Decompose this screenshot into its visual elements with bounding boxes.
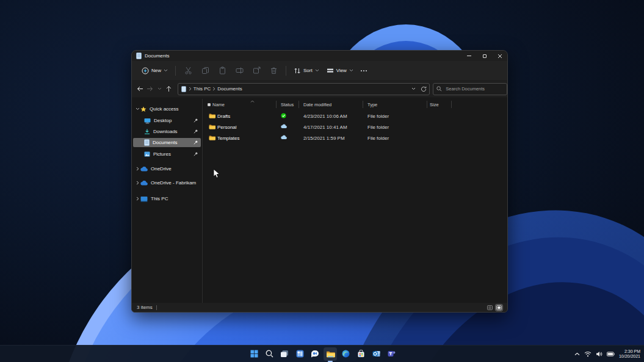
desktop: Documents New	[0, 0, 644, 362]
see-more-button[interactable]	[357, 70, 371, 71]
sidebar-item-label: OneDrive - Fabrikam	[151, 180, 196, 186]
pin-icon	[194, 129, 198, 134]
sidebar-item-downloads[interactable]: Downloads	[133, 127, 201, 136]
column-divider[interactable]	[363, 101, 363, 108]
sort-button[interactable]: Sort	[290, 65, 323, 77]
minimize-button[interactable]	[461, 51, 477, 61]
thumbnail-view-button[interactable]	[496, 305, 502, 311]
start-button[interactable]	[247, 347, 261, 361]
cut-button[interactable]	[182, 65, 194, 77]
sidebar-item-pictures[interactable]: Pictures	[133, 150, 201, 159]
clock[interactable]: 2:30 PM 10/20/2021	[619, 349, 640, 359]
file-row-templates[interactable]: Templates 2/15/2021 1:59 PM File folder	[203, 132, 507, 143]
taskbar-search-button[interactable]	[262, 347, 276, 361]
speaker-icon	[596, 351, 602, 357]
sidebar-item-this-pc[interactable]: This PC	[133, 194, 201, 203]
task-view-button[interactable]	[278, 347, 291, 361]
chevron-down-icon[interactable]	[134, 107, 140, 110]
select-all-checkbox[interactable]	[208, 103, 211, 106]
sidebar-item-onedrive-fabrikam[interactable]: OneDrive - Fabrikam	[133, 178, 201, 187]
file-row-drafts[interactable]: Drafts 4/23/2021 10:06 AM File folder	[203, 110, 507, 121]
back-button[interactable]	[136, 85, 145, 93]
column-divider[interactable]	[298, 101, 299, 108]
sidebar-item-desktop[interactable]: Desktop	[133, 116, 201, 125]
up-button[interactable]	[165, 85, 173, 93]
widgets-button[interactable]	[293, 347, 306, 361]
address-dropdown-icon[interactable]	[411, 87, 416, 90]
close-button[interactable]	[492, 51, 507, 61]
file-explorer-window: Documents New	[131, 50, 508, 313]
search-box[interactable]	[433, 83, 507, 95]
window-body: Quick access Desktop Downloads	[132, 99, 507, 303]
view-icon	[327, 67, 334, 74]
column-header-date-modified[interactable]: Date modified	[303, 102, 331, 107]
sidebar-item-label: Quick access	[150, 106, 179, 112]
share-button[interactable]	[250, 65, 262, 77]
download-icon	[144, 129, 150, 135]
sidebar-item-label: Downloads	[153, 129, 178, 134]
battery-button[interactable]	[607, 352, 615, 357]
teams-button[interactable]	[385, 347, 398, 361]
sidebar-item-onedrive[interactable]: OneDrive	[133, 164, 201, 173]
refresh-icon[interactable]	[421, 86, 427, 92]
search-input[interactable]	[444, 85, 504, 92]
star-icon	[140, 106, 147, 112]
address-bar[interactable]: This PC Documents	[178, 83, 430, 95]
details-view-icon	[487, 305, 493, 310]
new-button-label: New	[151, 68, 161, 73]
sidebar-item-label: Documents	[153, 140, 177, 145]
chevron-right-icon[interactable]	[134, 197, 140, 201]
back-arrow-icon	[137, 86, 143, 92]
sidebar-item-quick-access[interactable]: Quick access	[133, 104, 201, 114]
breadcrumb-this-pc[interactable]: This PC	[194, 86, 211, 92]
task-view-icon	[280, 350, 289, 358]
paste-button[interactable]	[216, 65, 228, 77]
column-divider[interactable]	[276, 101, 277, 108]
hidden-icons-button[interactable]	[574, 352, 580, 356]
cloud-icon	[140, 181, 148, 186]
chat-icon	[311, 350, 319, 358]
new-button[interactable]: New	[138, 65, 172, 77]
breadcrumb-documents[interactable]: Documents	[217, 86, 242, 92]
outlook-button[interactable]	[369, 347, 383, 361]
title-bar[interactable]: Documents	[132, 51, 507, 61]
document-icon	[144, 139, 150, 146]
details-view-button[interactable]	[487, 305, 493, 311]
rename-button[interactable]	[233, 65, 245, 77]
toolbar-divider	[175, 66, 176, 76]
sidebar-item-documents[interactable]: Documents	[133, 138, 201, 147]
chevron-right-icon[interactable]	[134, 181, 140, 185]
column-header-name[interactable]: Name	[212, 102, 225, 107]
items-count: 3 items	[137, 305, 153, 310]
file-type: File folder	[367, 114, 389, 119]
edge-button[interactable]	[339, 347, 352, 361]
column-header-size[interactable]: Size	[430, 102, 439, 107]
chevron-right-icon[interactable]	[134, 167, 140, 171]
column-header-status[interactable]: Status	[281, 102, 294, 107]
cut-icon	[184, 67, 192, 74]
chat-button[interactable]	[308, 347, 322, 361]
maximize-button[interactable]	[477, 51, 492, 61]
view-button-label: View	[336, 68, 347, 73]
folder-icon	[209, 124, 215, 129]
view-button[interactable]: View	[323, 65, 357, 77]
column-divider[interactable]	[427, 101, 427, 108]
volume-button[interactable]	[596, 351, 602, 357]
document-icon	[136, 52, 142, 59]
file-row-personal[interactable]: Personal 4/17/2021 10:41 AM File folder	[203, 121, 507, 132]
store-button[interactable]	[354, 347, 367, 361]
delete-button[interactable]	[267, 65, 280, 77]
thumbnail-view-icon	[496, 305, 502, 310]
copy-button[interactable]	[199, 65, 211, 77]
column-divider[interactable]	[451, 101, 452, 108]
wifi-button[interactable]	[584, 351, 592, 357]
chevron-down-icon	[164, 69, 168, 72]
rename-icon	[236, 67, 244, 74]
column-header-type[interactable]: Type	[367, 102, 377, 107]
file-date: 4/23/2021 10:06 AM	[303, 114, 347, 119]
forward-button[interactable]	[146, 85, 154, 93]
recent-locations-button[interactable]	[155, 85, 164, 93]
file-list: Name Status Date modified Type Size	[203, 99, 507, 303]
file-explorer-button[interactable]	[324, 347, 337, 361]
document-icon	[181, 86, 186, 92]
